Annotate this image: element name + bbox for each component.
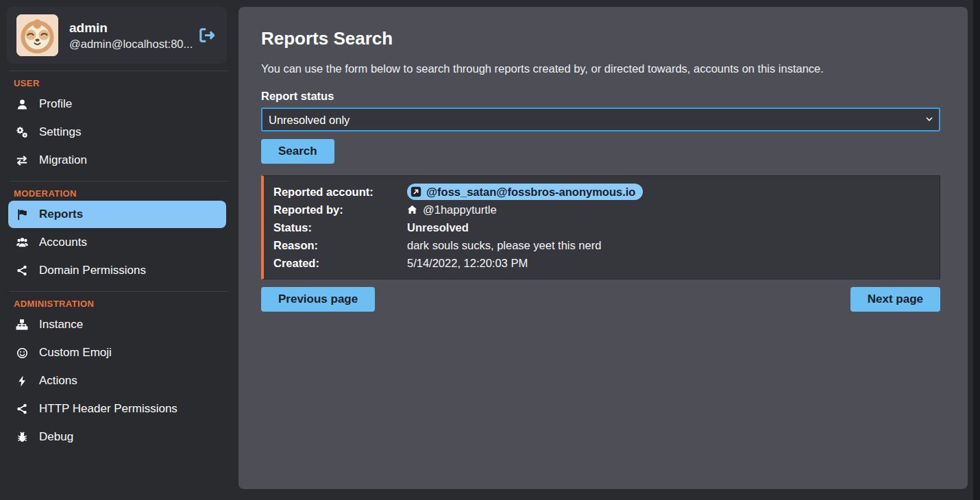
sidebar-item-custom-emoji[interactable]: Custom Emoji — [8, 339, 226, 366]
sidebar-divider — [10, 291, 229, 292]
right-left-arrows-icon — [15, 155, 29, 166]
sidebar-item-label: Domain Permissions — [39, 264, 146, 277]
sidebar-item-http-header-permissions[interactable]: HTTP Header Permissions — [8, 395, 226, 423]
sidebar-item-migration[interactable]: Migration — [8, 147, 226, 174]
bolt-icon — [15, 375, 29, 387]
page-scrollbar[interactable] — [973, 0, 980, 500]
sidebar-item-debug[interactable]: Debug — [8, 423, 226, 451]
report-row-label: Created: — [273, 254, 407, 272]
search-button[interactable]: Search — [261, 139, 334, 164]
reporter-handle: @1happyturtle — [423, 201, 497, 218]
sidebar-item-label: Migration — [39, 153, 87, 167]
flag-icon — [15, 209, 29, 221]
section-header-administration: ADMINISTRATION — [14, 299, 238, 309]
sidebar-item-accounts[interactable]: Accounts — [8, 229, 226, 256]
sidebar-item-reports[interactable]: Reports — [8, 201, 226, 228]
report-row-label: Reported account: — [273, 183, 407, 201]
sidebar-item-label: Debug — [39, 430, 73, 444]
user-handle: @admin@localhost:80... — [69, 38, 186, 51]
report-card[interactable]: Reported account: @foss_satan@fossbros-a… — [261, 175, 940, 279]
bug-icon — [15, 432, 29, 443]
home-icon — [407, 205, 417, 214]
sidebar-item-label: Custom Emoji — [39, 346, 112, 360]
report-reason-value: dark souls sucks, please yeet this nerd — [407, 236, 930, 254]
user-name: admin — [69, 21, 186, 36]
report-status-label: Report status — [261, 90, 940, 103]
section-header-moderation: MODERATION — [14, 188, 238, 199]
report-created-value: 5/14/2022, 12:20:03 PM — [407, 254, 930, 272]
sidebar-divider — [10, 181, 229, 182]
user-meta: admin @admin@localhost:80... — [69, 21, 186, 51]
sidebar-item-actions[interactable]: Actions — [8, 367, 226, 395]
sidebar-item-label: Profile — [39, 97, 72, 111]
report-details: Reported account: @foss_satan@fossbros-a… — [273, 183, 930, 272]
report-row-value: @foss_satan@fossbros-anonymous.io — [407, 183, 930, 201]
reported-account-handle: @foss_satan@fossbros-anonymous.io — [426, 184, 635, 199]
sidebar-item-label: HTTP Header Permissions — [39, 402, 177, 416]
sidebar-item-settings[interactable]: Settings — [8, 118, 226, 146]
avatar[interactable] — [16, 14, 58, 56]
gears-icon — [15, 126, 29, 138]
report-row-label: Reason: — [273, 236, 407, 254]
next-page-button[interactable]: Next page — [850, 287, 940, 312]
sitemap-icon — [15, 319, 29, 330]
page-description: You can use the form below to search thr… — [261, 62, 940, 75]
user-icon — [15, 99, 29, 110]
sidebar-item-domain-permissions[interactable]: Domain Permissions — [8, 257, 226, 284]
section-header-user: USER — [14, 78, 238, 88]
report-row-label: Reported by: — [273, 201, 407, 218]
sidebar-item-profile[interactable]: Profile — [8, 90, 226, 118]
sidebar: admin @admin@localhost:80... USER Profil… — [0, 0, 238, 500]
main-panel: Reports Search You can use the form belo… — [238, 7, 968, 489]
report-status-value: Unresolved — [407, 218, 930, 236]
sign-out-icon — [199, 27, 216, 43]
previous-page-button[interactable]: Previous page — [261, 287, 375, 312]
report-row-value: @1happyturtle — [407, 201, 930, 218]
sidebar-divider — [10, 71, 229, 71]
report-status-select-wrap: Unresolved only — [261, 108, 940, 132]
user-card: admin @admin@localhost:80... — [7, 7, 227, 64]
reported-account-pill[interactable]: @foss_satan@fossbros-anonymous.io — [407, 184, 643, 200]
sidebar-item-label: Actions — [39, 374, 77, 388]
smiley-icon — [15, 347, 29, 359]
sidebar-item-label: Accounts — [39, 236, 87, 249]
page-title: Reports Search — [261, 28, 940, 49]
users-icon — [15, 237, 29, 248]
sidebar-item-label: Settings — [39, 125, 81, 139]
share-nodes-icon — [15, 265, 29, 276]
external-link-icon — [411, 186, 421, 197]
sloth-avatar-image — [16, 14, 58, 56]
sidebar-item-instance[interactable]: Instance — [8, 311, 226, 338]
pagination: Previous page Next page — [261, 287, 940, 312]
sidebar-item-label: Reports — [39, 208, 83, 221]
logout-button[interactable] — [197, 26, 217, 45]
report-status-select[interactable]: Unresolved only — [261, 108, 940, 132]
sidebar-item-label: Instance — [39, 318, 83, 332]
share-nodes-icon — [15, 403, 29, 414]
report-row-label: Status: — [273, 218, 407, 236]
